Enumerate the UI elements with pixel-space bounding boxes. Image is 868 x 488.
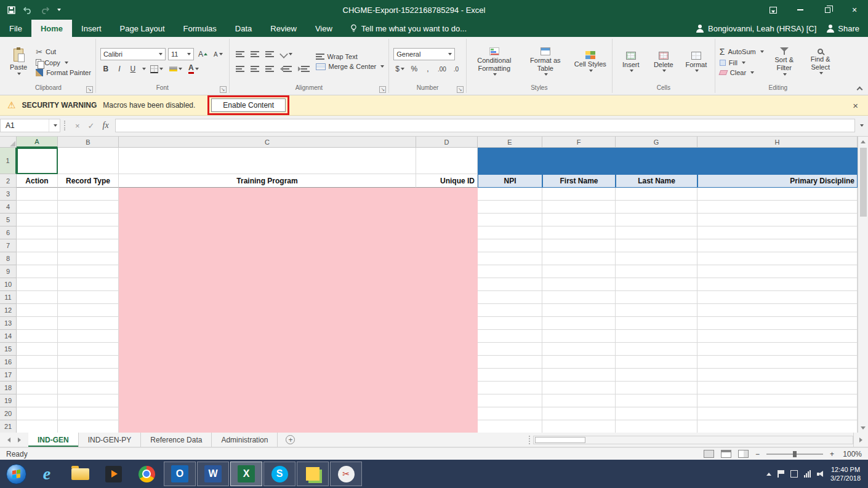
cell-G4[interactable] xyxy=(616,201,697,214)
font-size-select[interactable]: 11 xyxy=(168,48,194,60)
save-icon[interactable] xyxy=(7,6,15,14)
cell-A10[interactable] xyxy=(17,278,58,291)
cell-H19[interactable] xyxy=(697,394,858,407)
tab-split-handle[interactable] xyxy=(526,433,533,447)
insert-function-icon[interactable]: fx xyxy=(103,121,109,130)
cell-B10[interactable] xyxy=(58,278,119,291)
enter-icon[interactable]: ✓ xyxy=(88,121,95,130)
cut-button[interactable]: ✂Cut xyxy=(36,47,91,57)
cell-A5[interactable] xyxy=(17,214,58,226)
tab-review[interactable]: Review xyxy=(261,20,306,37)
cell-G21[interactable] xyxy=(616,420,697,433)
cell-A21[interactable] xyxy=(17,420,58,433)
cell-F2[interactable]: First Name xyxy=(542,174,616,188)
cell-G6[interactable] xyxy=(616,226,697,239)
sort-filter-button[interactable]: Sort & Filter xyxy=(768,47,800,75)
page-layout-view-button[interactable] xyxy=(721,450,731,458)
tab-page-layout[interactable]: Page Layout xyxy=(111,20,174,37)
cell-G17[interactable] xyxy=(616,369,697,382)
cell-H15[interactable] xyxy=(697,343,858,356)
cell-A16[interactable] xyxy=(17,356,58,369)
cell-B11[interactable] xyxy=(58,291,119,304)
cell-F10[interactable] xyxy=(542,278,616,291)
cell-C4[interactable] xyxy=(119,201,416,214)
cell-F4[interactable] xyxy=(542,201,616,214)
cell-A7[interactable] xyxy=(17,239,58,252)
cell-A20[interactable] xyxy=(17,407,58,420)
cell-E16[interactable] xyxy=(478,356,542,369)
cell-G10[interactable] xyxy=(616,278,697,291)
scroll-up-button[interactable] xyxy=(858,137,868,146)
cell-C3[interactable] xyxy=(119,188,416,201)
cell-D6[interactable] xyxy=(416,226,478,239)
clear-button[interactable]: Clear xyxy=(720,69,764,76)
cell-G12[interactable] xyxy=(616,304,697,317)
cell-C18[interactable] xyxy=(119,382,416,394)
row-header-7[interactable]: 7 xyxy=(0,239,17,252)
increase-font-size-button[interactable]: A xyxy=(196,48,209,60)
cell-C15[interactable] xyxy=(119,343,416,356)
vertical-scrollbar-thumb[interactable] xyxy=(860,148,867,217)
excel-button[interactable]: X xyxy=(230,462,262,486)
cell-G2[interactable]: Last Name xyxy=(616,174,697,188)
cell-E18[interactable] xyxy=(478,382,542,394)
cell-C2[interactable]: Training Program xyxy=(119,174,416,188)
format-as-table-button[interactable]: Format as Table xyxy=(522,47,569,76)
cell-F11[interactable] xyxy=(542,291,616,304)
row-header-12[interactable]: 12 xyxy=(0,304,17,317)
cell-E19[interactable] xyxy=(478,394,542,407)
cell-C1[interactable] xyxy=(119,148,416,174)
cell-D17[interactable] xyxy=(416,369,478,382)
cell-E6[interactable] xyxy=(478,226,542,239)
taskbar-clock[interactable]: 12:40 PM 3/27/2018 xyxy=(830,465,861,483)
cell-B5[interactable] xyxy=(58,214,119,226)
outlook-button[interactable]: O xyxy=(164,462,196,486)
cell-D19[interactable] xyxy=(416,394,478,407)
cell-H11[interactable] xyxy=(697,291,858,304)
column-header-A[interactable]: A xyxy=(17,137,58,148)
cell-A15[interactable] xyxy=(17,343,58,356)
fill-color-button[interactable] xyxy=(167,63,184,75)
cell-E4[interactable] xyxy=(478,201,542,214)
cell-H12[interactable] xyxy=(697,304,858,317)
name-box[interactable]: A1 xyxy=(0,119,60,132)
previous-sheet-icon[interactable] xyxy=(7,438,10,442)
row-header-13[interactable]: 13 xyxy=(0,317,17,330)
next-sheet-icon[interactable] xyxy=(18,438,21,442)
cancel-icon[interactable]: × xyxy=(75,121,80,130)
cell-B15[interactable] xyxy=(58,343,119,356)
format-painter-button[interactable]: Format Painter xyxy=(36,69,91,76)
cell-H6[interactable] xyxy=(697,226,858,239)
cell-H20[interactable] xyxy=(697,407,858,420)
cell-E5[interactable] xyxy=(478,214,542,226)
bold-button[interactable]: B xyxy=(100,63,111,75)
horizontal-scrollbar-track[interactable] xyxy=(533,436,853,444)
row-header-5[interactable]: 5 xyxy=(0,214,17,226)
wrap-text-button[interactable]: Wrap Text xyxy=(316,53,385,60)
cell-A9[interactable] xyxy=(17,265,58,278)
select-all-corner[interactable] xyxy=(0,137,17,148)
cell-H2[interactable]: Primary Discipline xyxy=(697,174,858,188)
delete-cells-button[interactable]: Delete xyxy=(649,52,678,72)
cell-G14[interactable] xyxy=(616,330,697,343)
cell-B21[interactable] xyxy=(58,420,119,433)
cell-E15[interactable] xyxy=(478,343,542,356)
close-warning-icon[interactable]: × xyxy=(850,100,861,111)
cell-H18[interactable] xyxy=(697,382,858,394)
zoom-slider[interactable] xyxy=(766,454,823,455)
column-header-E[interactable]: E xyxy=(478,137,542,148)
decrease-decimal-button[interactable]: .0 xyxy=(451,63,462,75)
align-left-button[interactable] xyxy=(234,63,246,75)
accounting-format-button[interactable]: $ xyxy=(393,63,406,75)
cell-A17[interactable] xyxy=(17,369,58,382)
cell-D9[interactable] xyxy=(416,265,478,278)
cell-C20[interactable] xyxy=(119,407,416,420)
cell-B6[interactable] xyxy=(58,226,119,239)
number-dialog-launcher[interactable]: ↘ xyxy=(457,86,464,93)
cell-F16[interactable] xyxy=(542,356,616,369)
cell-C8[interactable] xyxy=(119,252,416,265)
horizontal-scrollbar[interactable] xyxy=(533,433,853,447)
cell-F20[interactable] xyxy=(542,407,616,420)
chevron-down-icon[interactable] xyxy=(142,68,146,70)
cell-B13[interactable] xyxy=(58,317,119,330)
